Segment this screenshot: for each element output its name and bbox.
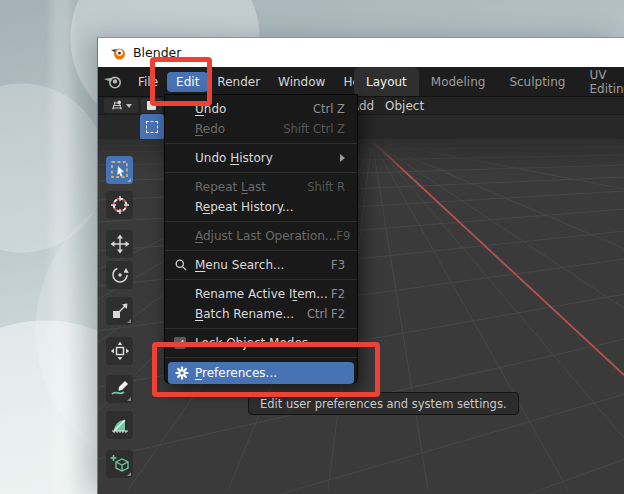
submenu-arrow-icon xyxy=(340,154,345,162)
move-tool-icon xyxy=(110,234,130,254)
menu-item-redo[interactable]: Redo Shift Ctrl Z xyxy=(165,119,357,139)
menu-item-repeat-last[interactable]: Repeat Last Shift R xyxy=(165,177,357,197)
menu-render[interactable]: Render xyxy=(208,72,269,92)
menu-window[interactable]: Window xyxy=(269,72,334,92)
shortcut-repeat-last: Shift R xyxy=(307,180,345,194)
menu-item-adjust-last-operation[interactable]: Adjust Last Operation... F9 xyxy=(165,226,357,246)
tab-modeling[interactable]: Modeling xyxy=(419,67,498,96)
menu-item-menu-search[interactable]: Menu Search... F3 xyxy=(165,255,357,275)
tool-cursor[interactable] xyxy=(106,191,133,219)
cursor-tool-icon xyxy=(110,195,130,215)
transform-tool-icon xyxy=(110,341,130,361)
tab-layout[interactable]: Layout xyxy=(354,67,419,96)
edit-dropdown-menu: Undo Ctrl Z Redo Shift Ctrl Z Undo Histo… xyxy=(164,94,358,384)
subtool-corner xyxy=(127,397,131,401)
annotation-edit-menu xyxy=(150,57,212,106)
shortcut-redo: Shift Ctrl Z xyxy=(283,122,345,136)
tool-annotate[interactable] xyxy=(106,375,133,403)
tool-transform[interactable] xyxy=(106,337,133,365)
tooltip-text: Edit user preferences and system setting… xyxy=(260,397,507,411)
subtool-corner xyxy=(127,319,131,323)
tool-select-box[interactable] xyxy=(106,156,133,184)
header-menu-object[interactable]: Object xyxy=(385,99,424,113)
app-menu-bar: File Edit Render Window Help xyxy=(98,72,380,92)
blender-menu-logo-icon[interactable] xyxy=(103,74,129,89)
subtool-corner xyxy=(127,472,131,476)
menu-separator xyxy=(165,143,357,144)
menu-separator xyxy=(165,221,357,222)
tab-sculpting[interactable]: Sculpting xyxy=(497,67,577,96)
shortcut-batch-rename: Ctrl F2 xyxy=(307,307,345,321)
active-tool-button[interactable] xyxy=(140,114,164,140)
x-axis-line xyxy=(372,141,624,376)
menu-separator xyxy=(165,250,357,251)
shortcut-adjust-last-operation: F9 xyxy=(336,229,350,243)
measure-tool-icon xyxy=(110,415,130,435)
menu-item-undo-history[interactable]: Undo History xyxy=(165,148,357,168)
shortcut-rename-active-item: F2 xyxy=(331,287,345,301)
blender-logo-icon xyxy=(110,46,126,60)
chevron-down-icon xyxy=(126,104,132,108)
select-box-tool-icon xyxy=(110,160,130,180)
add-cube-tool-icon xyxy=(110,454,130,474)
tool-measure[interactable] xyxy=(106,411,133,439)
menu-separator xyxy=(165,279,357,280)
magnifier-icon xyxy=(174,258,188,272)
annotation-preferences xyxy=(152,342,380,397)
menu-item-repeat-history[interactable]: Repeat History... xyxy=(165,197,357,217)
tool-add-cube[interactable] xyxy=(106,450,133,478)
shortcut-menu-search: F3 xyxy=(331,258,345,272)
rotate-tool-icon xyxy=(110,265,130,285)
workspace-tabs: Layout Modeling Sculpting UV Editing xyxy=(354,67,624,96)
viewport-editor-icon xyxy=(111,100,123,111)
menu-item-batch-rename[interactable]: Batch Rename... Ctrl F2 xyxy=(165,304,357,324)
shortcut-undo: Ctrl Z xyxy=(313,102,345,116)
tab-uv-editing[interactable]: UV Editing xyxy=(577,67,624,96)
menu-separator xyxy=(165,172,357,173)
blender-window: Blender File Edit Render Window Help Lay… xyxy=(97,37,624,494)
menu-item-rename-active-item[interactable]: Rename Active Item... F2 xyxy=(165,284,357,304)
select-box-icon xyxy=(146,121,158,133)
tool-scale[interactable] xyxy=(106,297,133,325)
tool-rotate[interactable] xyxy=(106,261,133,289)
subtool-corner xyxy=(127,178,131,182)
annotate-tool-icon xyxy=(110,379,130,399)
tool-move[interactable] xyxy=(106,230,133,258)
editor-type-button[interactable] xyxy=(104,98,138,113)
menu-separator xyxy=(165,328,357,329)
scale-tool-icon xyxy=(110,301,130,321)
